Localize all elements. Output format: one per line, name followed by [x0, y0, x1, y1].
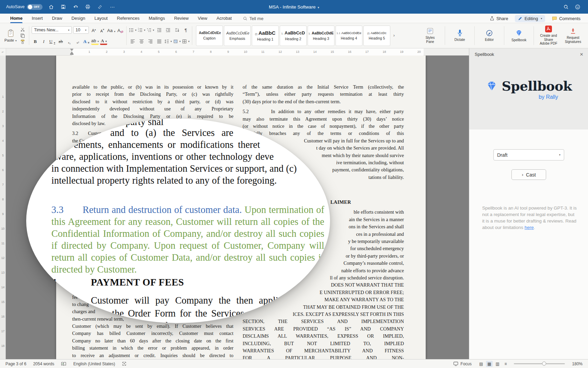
editing-mode-button[interactable]: Editing▾: [515, 15, 545, 22]
line-spacing-button[interactable]: ▾: [164, 38, 172, 45]
doc-line: may also terminate this Agreement upon t…: [243, 116, 404, 123]
focus-button[interactable]: Focus: [453, 362, 472, 366]
doc-line: Information of the Disclosing Party or (…: [72, 113, 233, 120]
spellcheck-icon[interactable]: [61, 362, 66, 366]
zoom-slider[interactable]: [514, 363, 565, 364]
word-count[interactable]: 2054 words: [33, 362, 54, 366]
ribbon-tab[interactable]: Layout: [94, 14, 108, 23]
ribbon-tab[interactable]: Draw: [52, 14, 62, 23]
subscript-button[interactable]: x₂: [66, 38, 73, 45]
style-chip[interactable]: 1.AaBbCcD Heading 2: [280, 26, 307, 46]
ribbon-tab[interactable]: Review: [174, 14, 189, 23]
shading-button[interactable]: ▾: [173, 38, 181, 45]
clear-format-button[interactable]: A: [117, 27, 124, 34]
accessibility-icon[interactable]: [122, 362, 127, 366]
text-effects-button[interactable]: A▾: [83, 38, 90, 45]
superscript-button[interactable]: x²: [74, 38, 81, 45]
feedback-smiley-icon[interactable]: [574, 3, 581, 11]
strikethrough-button[interactable]: ab: [57, 38, 64, 45]
zoom-level[interactable]: 180%: [570, 362, 583, 366]
style-chip[interactable]: AaBbCcDdEe Emphasis: [224, 26, 251, 46]
sort-button[interactable]: [173, 27, 181, 33]
format-brush-icon[interactable]: [96, 3, 104, 11]
view-mode-button[interactable]: ▤: [478, 361, 485, 367]
paste-button[interactable]: Paste▾: [3, 25, 18, 46]
home-icon[interactable]: [47, 3, 55, 11]
view-mode-button[interactable]: ≡: [502, 361, 509, 367]
increase-indent-button[interactable]: [164, 27, 172, 33]
style-chip[interactable]: 1.1AaBbCcDdEe Heading 4: [336, 26, 362, 46]
dictate-button[interactable]: Dictate: [447, 25, 472, 46]
styles-gallery: AaBbCdDdEe Caption AaBbCcDdEe Emphasis (…: [195, 25, 392, 46]
underline-button[interactable]: U▾: [49, 38, 56, 45]
highlight-color-button[interactable]: ab▾: [91, 38, 99, 45]
adobe-pdf-button[interactable]: Create and ShareAdobe PDF: [536, 25, 561, 46]
request-signatures-button[interactable]: RequestSignatures: [561, 25, 585, 46]
font-size-select[interactable]: 10▾: [73, 26, 89, 34]
style-chip[interactable]: 1.AaBbCcDdEe Heading 3: [308, 26, 334, 46]
save-icon[interactable]: [60, 3, 67, 11]
comments-button[interactable]: Comments: [552, 16, 581, 21]
view-mode-button[interactable]: ▦: [486, 361, 493, 367]
horizontal-ruler[interactable]: ⌐ 1234567891011121314151617181920: [0, 48, 469, 56]
vertical-ruler[interactable]: 123456789101112131415161718: [0, 56, 6, 359]
first-line-indent-marker[interactable]: [70, 49, 74, 51]
align-center-button[interactable]: [138, 38, 145, 45]
bullet-list-button[interactable]: ▾: [129, 27, 136, 33]
more-commands-icon[interactable]: ···: [109, 3, 116, 11]
shrink-font-button[interactable]: A▾: [99, 27, 106, 34]
styles-pane-button[interactable]: StylesPane: [418, 25, 442, 46]
format-painter-button[interactable]: [19, 39, 26, 45]
ribbon-tab[interactable]: Mailings: [149, 14, 165, 23]
limitations-link[interactable]: here: [525, 225, 534, 230]
search-icon[interactable]: [562, 3, 570, 11]
grow-font-button[interactable]: A▴: [90, 27, 97, 34]
left-indent-marker[interactable]: [70, 54, 74, 55]
cut-button[interactable]: [19, 26, 26, 32]
hanging-indent-marker[interactable]: [70, 51, 74, 54]
autosave-toggle[interactable]: AutoSave OFF: [6, 4, 43, 10]
print-icon[interactable]: [84, 3, 92, 11]
font-color-button[interactable]: A▾: [100, 38, 107, 45]
align-left-button[interactable]: [129, 38, 136, 45]
font-name-select[interactable]: Times New...▾: [32, 26, 72, 34]
spellbook-ribbon-button[interactable]: Spellbook: [507, 25, 531, 46]
align-right-button[interactable]: [147, 38, 154, 45]
language-indicator[interactable]: English (United States): [73, 362, 115, 366]
zoom-slider-knob[interactable]: [542, 362, 546, 366]
ribbon-tab[interactable]: Home: [10, 14, 22, 23]
lens-line: and to (a) the Services are: [110, 127, 233, 138]
cast-button[interactable]: › Cast: [511, 169, 546, 180]
editor-button[interactable]: Editor: [477, 25, 502, 46]
change-case-button[interactable]: Aa▾: [107, 27, 115, 34]
ruler-number: 16: [0, 309, 6, 324]
borders-button[interactable]: ▾: [182, 38, 190, 45]
share-button[interactable]: Share: [490, 16, 508, 21]
ruler-number: 8: [202, 48, 219, 56]
panel-close-icon[interactable]: ×: [580, 51, 583, 57]
page-indicator[interactable]: Page 3 of 6: [5, 362, 26, 366]
bold-button[interactable]: B: [32, 38, 39, 45]
ribbon-tab[interactable]: View: [198, 14, 207, 23]
style-chip[interactable]: (i)AaBbC Heading 1: [252, 26, 279, 46]
numbered-list-button[interactable]: ▾: [138, 27, 145, 33]
view-mode-button[interactable]: ▥: [494, 361, 501, 367]
style-chip[interactable]: AaBbCdDdEe Caption: [196, 26, 223, 46]
ribbon-tab[interactable]: Design: [71, 14, 85, 23]
ribbon-tab[interactable]: Acrobat: [216, 14, 232, 23]
tell-me-button[interactable]: Tell me: [243, 16, 263, 21]
ribbon-tab[interactable]: Insert: [32, 14, 43, 23]
styles-gallery-more-button[interactable]: ›: [392, 25, 396, 45]
style-chip[interactable]: (i)AaBbCcDc Heading 5: [363, 26, 390, 46]
tab-selector[interactable]: ⌐: [0, 48, 6, 56]
mode-select[interactable]: Draft ▾: [493, 149, 564, 160]
italic-button[interactable]: I: [40, 38, 47, 45]
justify-button[interactable]: [156, 38, 163, 45]
ribbon-tab[interactable]: References: [117, 14, 140, 23]
undo-icon[interactable]: ↶▾: [72, 3, 79, 11]
show-formatting-button[interactable]: ¶: [182, 27, 190, 33]
autosave-pill[interactable]: OFF: [27, 4, 43, 10]
multilevel-list-button[interactable]: ▾: [147, 27, 154, 33]
decrease-indent-button[interactable]: [156, 27, 163, 33]
copy-button[interactable]: [19, 32, 26, 39]
